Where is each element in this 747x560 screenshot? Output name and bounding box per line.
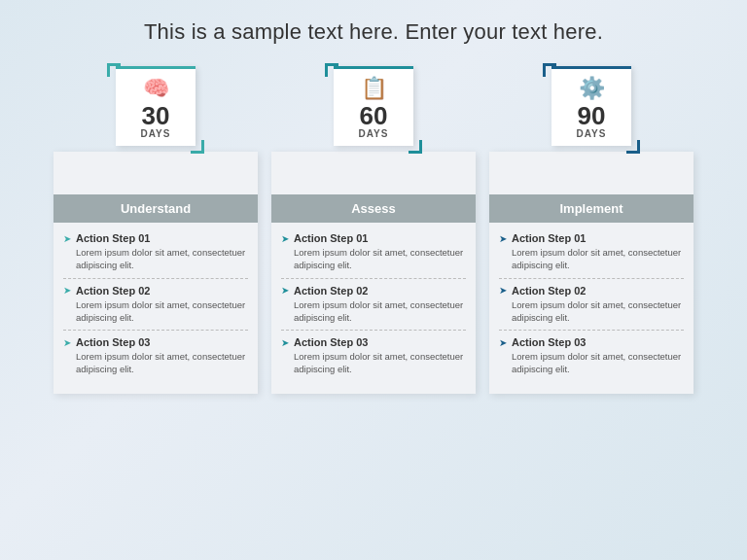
arrow-icon: ➤ [499, 285, 507, 296]
action-divider [281, 330, 466, 331]
days-number-implement: 90 [578, 103, 606, 128]
arrow-icon: ➤ [281, 233, 289, 244]
icon-card-wrapper-assess: 📋60DAYS [325, 66, 422, 154]
action-description: Lorem ipsum dolor sit amet, consectetuer… [63, 246, 248, 272]
action-item: ➤Action Step 01Lorem ipsum dolor sit ame… [499, 232, 684, 279]
days-label-understand: DAYS [141, 128, 171, 139]
action-item: ➤Action Step 03Lorem ipsum dolor sit ame… [281, 336, 466, 376]
section-header-understand: Understand [53, 194, 258, 223]
implement-icon: ⚙️ [579, 76, 605, 101]
action-description: Lorem ipsum dolor sit amet, consectetuer… [63, 350, 248, 376]
action-title-row: ➤Action Step 01 [499, 232, 684, 244]
action-item: ➤Action Step 01Lorem ipsum dolor sit ame… [63, 232, 248, 279]
arrow-icon: ➤ [63, 285, 71, 296]
arrow-icon: ➤ [499, 337, 507, 348]
content-card-understand: Understand➤Action Step 01Lorem ipsum dol… [53, 152, 258, 394]
action-title-text: Action Step 03 [512, 336, 586, 348]
action-title-text: Action Step 01 [512, 232, 586, 244]
action-description: Lorem ipsum dolor sit amet, consectetuer… [281, 246, 466, 272]
action-item: ➤Action Step 03Lorem ipsum dolor sit ame… [63, 336, 248, 376]
arrow-icon: ➤ [63, 337, 71, 348]
icon-card-wrapper-understand: 🧠30DAYS [107, 66, 204, 154]
days-label-assess: DAYS [359, 128, 389, 139]
arrow-icon: ➤ [499, 233, 507, 244]
icon-card-assess: 📋60DAYS [334, 66, 413, 146]
content-card-assess: Assess➤Action Step 01Lorem ipsum dolor s… [271, 152, 476, 394]
section-header-implement: Implement [489, 194, 694, 223]
action-title-row: ➤Action Step 03 [281, 336, 466, 348]
action-description: Lorem ipsum dolor sit amet, consectetuer… [499, 298, 684, 325]
action-title-text: Action Step 02 [76, 285, 150, 297]
action-item: ➤Action Step 02Lorem ipsum dolor sit ame… [63, 285, 248, 332]
action-divider [63, 330, 248, 331]
content-card-implement: Implement➤Action Step 01Lorem ipsum dolo… [489, 152, 694, 394]
action-description: Lorem ipsum dolor sit amet, consectetuer… [499, 350, 684, 376]
action-list-understand: ➤Action Step 01Lorem ipsum dolor sit ame… [53, 232, 258, 376]
action-title-row: ➤Action Step 02 [499, 285, 684, 297]
action-item: ➤Action Step 03Lorem ipsum dolor sit ame… [499, 336, 684, 376]
action-description: Lorem ipsum dolor sit amet, consectetuer… [63, 298, 248, 325]
assess-icon: 📋 [361, 76, 387, 101]
icon-card-understand: 🧠30DAYS [116, 66, 196, 146]
arrow-icon: ➤ [63, 233, 71, 244]
action-title-text: Action Step 02 [512, 285, 586, 297]
action-list-implement: ➤Action Step 01Lorem ipsum dolor sit ame… [489, 232, 694, 376]
action-item: ➤Action Step 02Lorem ipsum dolor sit ame… [281, 285, 466, 332]
action-title-row: ➤Action Step 03 [499, 336, 684, 348]
action-item: ➤Action Step 01Lorem ipsum dolor sit ame… [281, 232, 466, 279]
action-title-text: Action Step 03 [294, 336, 368, 348]
action-description: Lorem ipsum dolor sit amet, consectetuer… [499, 246, 684, 272]
icon-card-wrapper-implement: ⚙️90DAYS [543, 66, 640, 154]
action-divider [499, 330, 684, 331]
action-title-text: Action Step 01 [76, 232, 150, 244]
action-title-text: Action Step 02 [294, 285, 368, 297]
action-divider [63, 278, 248, 279]
action-title-row: ➤Action Step 02 [63, 285, 248, 297]
column-understand: 🧠30DAYSUnderstand➤Action Step 01Lorem ip… [53, 66, 258, 394]
understand-icon: 🧠 [143, 76, 169, 101]
action-divider [281, 278, 466, 279]
page-title: This is a sample text here. Enter your t… [144, 19, 603, 45]
arrow-icon: ➤ [281, 337, 289, 348]
action-divider [499, 278, 684, 279]
page-container: This is a sample text here. Enter your t… [0, 0, 747, 560]
action-title-row: ➤Action Step 01 [281, 232, 466, 244]
action-item: ➤Action Step 02Lorem ipsum dolor sit ame… [499, 285, 684, 332]
column-assess: 📋60DAYSAssess➤Action Step 01Lorem ipsum … [271, 66, 476, 394]
days-number-assess: 60 [360, 103, 388, 128]
column-implement: ⚙️90DAYSImplement➤Action Step 01Lorem ip… [489, 66, 694, 394]
action-title-text: Action Step 01 [294, 232, 368, 244]
days-label-implement: DAYS [577, 128, 607, 139]
days-number-understand: 30 [142, 103, 170, 128]
action-title-row: ➤Action Step 02 [281, 285, 466, 297]
action-list-assess: ➤Action Step 01Lorem ipsum dolor sit ame… [271, 232, 476, 376]
action-description: Lorem ipsum dolor sit amet, consectetuer… [281, 350, 466, 376]
action-title-row: ➤Action Step 03 [63, 336, 248, 348]
icon-card-implement: ⚙️90DAYS [551, 66, 631, 146]
action-title-row: ➤Action Step 01 [63, 232, 248, 244]
arrow-icon: ➤ [281, 285, 289, 296]
action-title-text: Action Step 03 [76, 336, 150, 348]
action-description: Lorem ipsum dolor sit amet, consectetuer… [281, 298, 466, 325]
columns-wrapper: 🧠30DAYSUnderstand➤Action Step 01Lorem ip… [29, 66, 718, 394]
section-header-assess: Assess [271, 194, 476, 223]
